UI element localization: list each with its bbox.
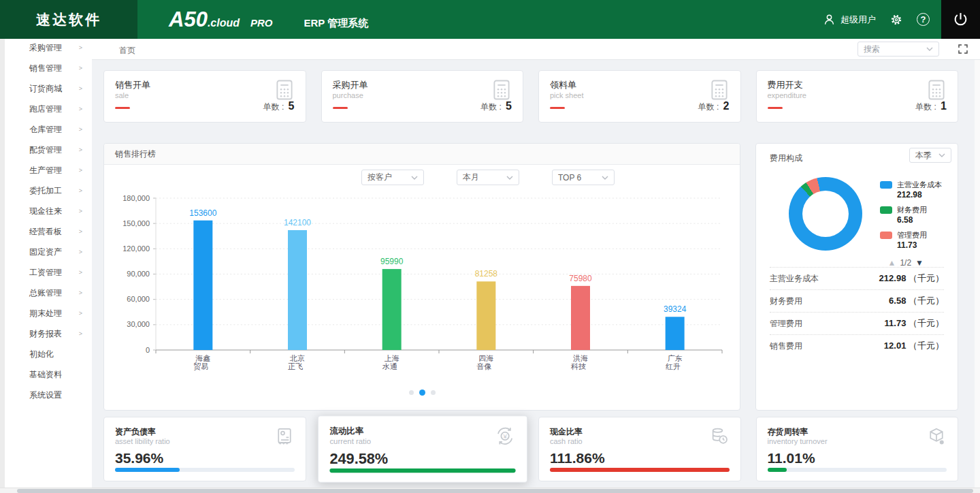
kpi-card[interactable]: 资产负债率 asset libility ratio 35.96% <box>103 417 306 481</box>
sidebar-item[interactable]: 初始化 <box>5 344 92 364</box>
stat-card-title: 销售开单 <box>115 79 150 91</box>
kpi-value: 35.96% <box>115 450 163 466</box>
legend-value: 6.58 <box>897 216 942 225</box>
chevron-right-icon: > <box>79 289 82 296</box>
pagination-dot[interactable] <box>419 389 425 396</box>
help-icon[interactable]: ? <box>917 13 930 26</box>
calculator-icon <box>925 78 948 101</box>
system-name: ERP 管理系统 <box>304 17 369 30</box>
svg-text:30,000: 30,000 <box>127 320 150 328</box>
sidebar-item[interactable]: 仓库管理 > <box>5 119 92 140</box>
power-icon <box>952 11 969 28</box>
chevron-right-icon: > <box>79 187 82 194</box>
stat-accent-dash <box>550 107 565 109</box>
legend-label: 管理费用 <box>897 230 927 240</box>
chevron-right-icon: > <box>79 269 82 276</box>
expense-row-value: 11.73 （千元） <box>885 317 944 330</box>
kpi-value: 11.01% <box>768 450 815 466</box>
sidebar: 采购管理 > 销售管理 > 订货商城 > 跑店管理 > 仓库管理 > 配货管理 … <box>0 39 92 488</box>
sidebar-item[interactable]: 经营看板 > <box>5 221 92 242</box>
chevron-right-icon: > <box>79 65 82 71</box>
sidebar-item[interactable]: 现金往来 > <box>5 201 92 221</box>
breadcrumb[interactable]: 首页 <box>119 45 135 57</box>
stat-card-subtitle: sale <box>115 91 129 99</box>
legend-item[interactable]: 财务费用 6.58 <box>880 205 942 230</box>
kpi-value: 111.86% <box>550 450 605 466</box>
pagination-dot[interactable] <box>409 390 414 395</box>
kpi-progress-track <box>329 468 515 473</box>
sidebar-item[interactable]: 系统设置 <box>5 385 92 405</box>
breadcrumb-bar: 首页 搜索 <box>92 39 980 60</box>
chevron-down-icon <box>926 47 933 51</box>
stat-card[interactable]: 销售开单 sale 单数 : 5 <box>103 70 306 123</box>
horizontal-scrollbar-thumb[interactable] <box>17 489 973 493</box>
kpi-card[interactable]: 现金比率 cash ratio 111.86% <box>538 417 741 481</box>
sidebar-item[interactable]: 配货管理 > <box>5 140 92 160</box>
fullscreen-icon[interactable] <box>958 44 968 54</box>
legend-item[interactable]: 主营业务成本 212.98 <box>880 180 942 205</box>
chevron-right-icon: > <box>79 167 82 174</box>
expense-period-select[interactable]: 本季 <box>909 148 951 163</box>
sidebar-item[interactable]: 销售管理 > <box>5 58 92 78</box>
stat-card[interactable]: 费用开支 expenditure 单数 : 1 <box>756 70 959 123</box>
chevron-down-icon <box>602 176 608 180</box>
sidebar-item[interactable]: 采购管理 > <box>5 37 92 58</box>
chevron-right-icon: > <box>79 310 82 317</box>
sidebar-item-label: 财务报表 <box>29 328 79 340</box>
stat-card[interactable]: 采购开单 purchase 单数 : 5 <box>321 70 524 123</box>
kpi-card[interactable]: 存货周转率 inventory turnover 11.01% <box>756 417 959 481</box>
chevron-right-icon: > <box>79 330 82 337</box>
expense-list: 主营业务成本 212.98 （千元） 财务费用 6.58 （千元） 管理费用 1… <box>770 267 944 357</box>
sidebar-item[interactable]: 基础资料 <box>5 364 92 385</box>
sidebar-item[interactable]: 总账管理 > <box>5 283 92 303</box>
pager-up-icon[interactable]: ▲ <box>888 258 896 268</box>
kpi-title: 现金比率 <box>550 426 583 438</box>
user-menu[interactable]: 超级用户 <box>823 13 876 26</box>
sidebar-item-label: 采购管理 <box>29 42 79 54</box>
sidebar-item-label: 生产管理 <box>29 165 79 176</box>
company-logo: 速达软件 <box>36 10 101 29</box>
product-name: A50 <box>169 9 208 30</box>
sidebar-item[interactable]: 生产管理 > <box>5 160 92 180</box>
sidebar-item[interactable]: 工资管理 > <box>5 262 92 283</box>
gear-icon[interactable] <box>889 13 903 27</box>
stat-card-title: 费用开支 <box>768 79 803 91</box>
svg-text:红升: 红升 <box>666 362 681 370</box>
search-select[interactable]: 搜索 <box>858 42 939 57</box>
stat-accent-dash <box>115 107 130 109</box>
stat-count-value: 5 <box>289 100 295 112</box>
expense-row: 财务费用 6.58 （千元） <box>770 289 944 312</box>
calculator-icon <box>708 78 731 101</box>
sidebar-item[interactable]: 固定资产 > <box>5 242 92 262</box>
svg-text:贸易: 贸易 <box>193 362 208 370</box>
stat-card-subtitle: pick sheet <box>550 91 584 99</box>
period-select[interactable]: 本月 <box>457 170 519 185</box>
product-brand: A50 .cloud PRO ERP 管理系统 <box>169 9 368 30</box>
chevron-down-icon <box>938 153 945 157</box>
legend-item[interactable]: 管理费用 11.73 <box>880 230 942 255</box>
dimension-select[interactable]: 按客户 <box>361 170 424 185</box>
pagination-dot[interactable] <box>431 390 436 395</box>
sidebar-item[interactable]: 期末处理 > <box>5 303 92 323</box>
svg-text:水通: 水通 <box>382 362 397 370</box>
logo-block: 速达软件 <box>0 0 137 39</box>
sidebar-item[interactable]: 委托加工 > <box>5 180 92 201</box>
sidebar-item[interactable]: 跑店管理 > <box>5 99 92 119</box>
svg-text:0: 0 <box>146 346 150 354</box>
dimension-select-value: 按客户 <box>368 172 392 183</box>
stat-card[interactable]: 领料单 pick sheet 单数 : 2 <box>538 70 741 123</box>
sidebar-scrollbar[interactable] <box>0 39 5 488</box>
pager-down-icon[interactable]: ▼ <box>915 258 924 268</box>
kpi-title: 流动比率 <box>329 426 363 438</box>
logout-button[interactable] <box>941 0 980 39</box>
sidebar-item[interactable]: 订货商城 > <box>5 78 92 99</box>
kpi-value: 249.58% <box>329 450 388 467</box>
kpi-card[interactable]: 流动比率 current ratio ¥ 249.58% <box>317 415 527 482</box>
sidebar-item[interactable]: 财务报表 > <box>5 323 92 344</box>
vertical-scrollbar[interactable] <box>975 60 980 488</box>
legend-pager: ▲ 1/2 ▼ <box>888 258 924 268</box>
svg-text:洪海: 洪海 <box>573 354 588 362</box>
top-n-select[interactable]: TOP 6 <box>552 170 615 185</box>
top-header: 速达软件 A50 .cloud PRO ERP 管理系统 超级用户 ? <box>0 0 980 39</box>
horizontal-scrollbar[interactable] <box>0 488 980 493</box>
